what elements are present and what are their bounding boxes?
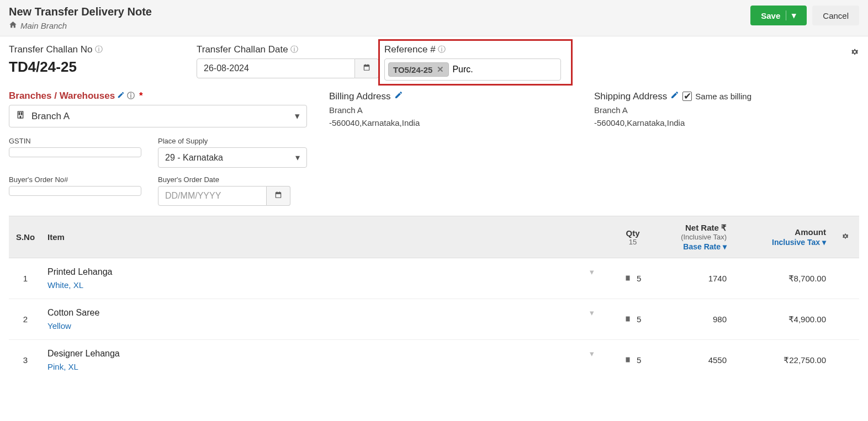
page-title: New Transfer Delivery Note xyxy=(9,6,152,18)
base-rate-toggle[interactable]: Base Rate ▾ xyxy=(683,242,727,251)
cell-item: ▾ Cotton Saree Yellow xyxy=(42,299,600,340)
inclusive-tax-toggle[interactable]: Inclusive Tax ▾ xyxy=(772,238,826,247)
table-row[interactable]: 3 ▾ Designer Lehanga Pink, XL 5 4550 ₹22… xyxy=(9,340,859,381)
help-icon[interactable]: ⓘ xyxy=(290,45,298,55)
cell-item: ▾ Designer Lehanga Pink, XL xyxy=(42,340,600,381)
pos-select[interactable]: 29 - Karnataka ▾ xyxy=(158,147,307,168)
branch-name: Main Branch xyxy=(20,21,67,30)
cancel-button[interactable]: Cancel xyxy=(812,6,859,25)
reference-input[interactable]: TO5/24-25 ✕ xyxy=(384,58,561,81)
chevron-down-icon[interactable]: ▾ xyxy=(786,10,796,20)
shipping-address-line2: -560040,Karnataka,India xyxy=(594,117,859,130)
save-button[interactable]: Save ▾ xyxy=(750,6,807,25)
building-icon xyxy=(624,315,633,324)
svg-rect-4 xyxy=(21,114,22,115)
billing-address-label: Billing Address xyxy=(329,91,391,102)
table-row[interactable]: 2 ▾ Cotton Saree Yellow 5 980 ₹4,900.00 xyxy=(9,299,859,340)
pos-label: Place of Supply xyxy=(158,137,307,145)
svg-rect-6 xyxy=(626,276,629,281)
buyer-order-no-label: Buyer's Order No# xyxy=(9,175,141,184)
th-rate: Net Rate ₹ (Inclusive Tax) Base Rate ▾ xyxy=(666,216,732,258)
billing-address-line1: Branch A xyxy=(329,104,594,117)
same-as-billing-checkbox[interactable]: ✔ xyxy=(682,92,692,101)
buyer-order-no-input[interactable] xyxy=(9,186,141,196)
cell-rate: 1740 xyxy=(666,258,732,299)
chevron-down-icon[interactable]: ▾ xyxy=(590,308,594,318)
cell-rate: 4550 xyxy=(666,340,732,381)
calendar-icon[interactable] xyxy=(267,186,290,206)
cell-qty: 5 xyxy=(600,299,666,340)
required-indicator: * xyxy=(139,90,143,102)
svg-rect-8 xyxy=(626,358,629,363)
gear-icon[interactable] xyxy=(850,47,859,58)
cell-amount: ₹8,700.00 xyxy=(732,258,832,299)
challan-no-value: TD4/24-25 xyxy=(9,58,191,76)
gstin-label: GSTIN xyxy=(9,137,141,145)
buyer-order-date-input[interactable]: DD/MM/YYYY xyxy=(158,186,267,206)
building-icon xyxy=(624,274,633,283)
help-icon[interactable]: ⓘ xyxy=(95,45,103,55)
svg-rect-3 xyxy=(19,114,19,115)
cell-item: ▾ Printed Lehanga White, XL xyxy=(42,258,600,299)
billing-address-line2: -560040,Karnataka,India xyxy=(329,117,594,130)
gstin-input[interactable] xyxy=(9,147,141,157)
chevron-down-icon: ▾ xyxy=(295,110,300,122)
items-table: S.No Item Qty 15 Net Rate ₹ (Inclusive T… xyxy=(9,216,859,380)
chevron-down-icon[interactable]: ▾ xyxy=(590,267,594,277)
th-gear[interactable] xyxy=(832,216,859,258)
svg-rect-2 xyxy=(21,113,22,113)
th-qty: Qty 15 xyxy=(600,216,666,258)
reference-text-input[interactable] xyxy=(452,65,557,74)
svg-rect-5 xyxy=(20,116,20,118)
item-variant[interactable]: Pink, XL xyxy=(47,362,594,371)
header-bar: New Transfer Delivery Note Main Branch S… xyxy=(0,0,868,36)
cell-amount: ₹22,750.00 xyxy=(732,340,832,381)
help-icon[interactable]: ⓘ xyxy=(127,91,135,101)
same-as-billing-label: Same as billing xyxy=(695,92,751,101)
cell-amount: ₹4,900.00 xyxy=(732,299,832,340)
svg-rect-7 xyxy=(626,317,629,322)
chevron-down-icon: ▾ xyxy=(295,152,300,163)
cell-qty: 5 xyxy=(600,258,666,299)
item-variant[interactable]: Yellow xyxy=(47,321,594,331)
challan-no-label: Transfer Challan No xyxy=(9,44,93,55)
branch-select[interactable]: Branch A ▾ xyxy=(9,105,307,127)
th-item: Item xyxy=(42,216,600,258)
cell-sno: 1 xyxy=(9,258,42,299)
table-row[interactable]: 1 ▾ Printed Lehanga White, XL 5 1740 ₹8,… xyxy=(9,258,859,299)
cell-rate: 980 xyxy=(666,299,732,340)
edit-icon[interactable] xyxy=(394,90,403,102)
cell-sno: 2 xyxy=(9,299,42,340)
challan-date-label: Transfer Challan Date xyxy=(197,44,288,55)
challan-date-input[interactable]: 26-08-2024 xyxy=(197,58,355,78)
reference-label: Reference # xyxy=(384,44,436,55)
edit-icon[interactable] xyxy=(117,90,125,102)
cell-sno: 3 xyxy=(9,340,42,381)
item-variant[interactable]: White, XL xyxy=(47,280,594,290)
building-icon xyxy=(16,110,25,122)
cell-qty: 5 xyxy=(600,340,666,381)
buyer-order-date-label: Buyer's Order Date xyxy=(158,175,290,184)
edit-icon[interactable] xyxy=(670,90,679,102)
branches-label: Branches / Warehouses xyxy=(9,90,115,102)
building-icon xyxy=(624,355,633,365)
home-icon xyxy=(9,20,17,30)
chevron-down-icon[interactable]: ▾ xyxy=(590,349,594,359)
tag-remove-icon[interactable]: ✕ xyxy=(437,65,444,74)
svg-rect-1 xyxy=(19,113,19,113)
shipping-address-label: Shipping Address xyxy=(594,91,667,102)
calendar-icon[interactable] xyxy=(355,58,379,78)
reference-tag: TO5/24-25 ✕ xyxy=(388,62,449,77)
th-amount: Amount Inclusive Tax ▾ xyxy=(732,216,832,258)
help-icon[interactable]: ⓘ xyxy=(438,45,446,55)
th-sno: S.No xyxy=(9,216,42,258)
shipping-address-line1: Branch A xyxy=(594,104,859,117)
